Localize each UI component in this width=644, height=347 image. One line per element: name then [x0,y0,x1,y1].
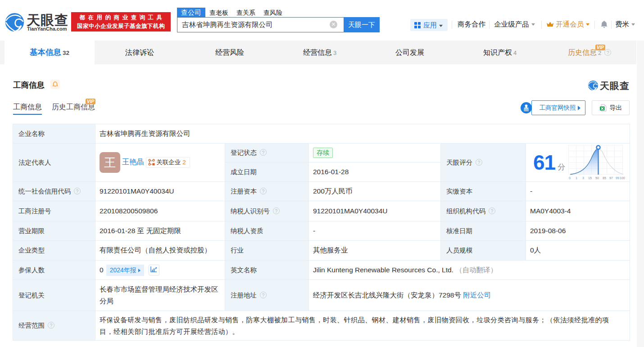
svg-text:100: 100 [620,176,625,180]
svg-text:1: 1 [576,176,577,180]
svg-text:97: 97 [609,176,613,180]
svg-text:85: 85 [603,176,606,180]
svg-text:天眼查: 天眼查 [599,81,630,91]
svg-text:50: 50 [595,176,599,180]
svg-text:0: 0 [569,176,571,180]
svg-text:15: 15 [588,176,592,180]
svg-text:3: 3 [582,176,584,180]
svg-text:99: 99 [616,176,619,180]
